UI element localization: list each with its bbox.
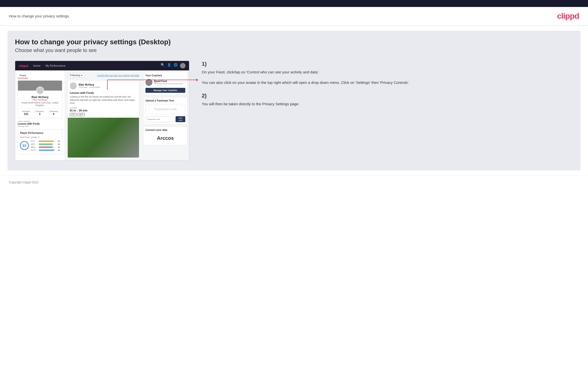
- copyright: Copyright Clippd 2022: [9, 181, 39, 184]
- metric-putt: PUTT 96: [31, 149, 60, 151]
- arccos-logo: Arccos: [145, 133, 185, 143]
- profile-badge: Plus Handicap: [19, 99, 61, 101]
- post-duration: Duration 01 hr : 30 min OTT APP: [68, 107, 139, 118]
- coach-name: David Ford: [154, 80, 183, 83]
- stat-activities: Activities 131: [22, 110, 30, 115]
- app-sidebar: Feed Blair McHarg Plus Handicap Royal No…: [15, 70, 65, 160]
- feed-tab[interactable]: Feed: [18, 73, 28, 78]
- player-performance: Player Performance Total Player Quality …: [18, 129, 62, 154]
- coach-club: 📍 Royal North Devon Golf Club: [154, 83, 183, 85]
- post-header: Blair McHarg Yesterday · Sunningdale: [68, 80, 139, 91]
- profile-club: Royal North Devon Golf Club, United King…: [19, 102, 61, 106]
- step-1-num: 1): [202, 61, 573, 67]
- latest-activity-label: Latest Activity: [18, 120, 62, 122]
- step-2-text: You will then be taken directly to the P…: [202, 101, 573, 107]
- arrow-head: [196, 79, 198, 81]
- latest-activity-date: 03 Aug 2022: [18, 125, 62, 127]
- info-icon: ⓘ: [38, 136, 40, 139]
- profile-card: Blair McHarg Plus Handicap Royal North D…: [18, 80, 62, 118]
- post-card: Blair McHarg Yesterday · Sunningdale Les…: [67, 80, 139, 158]
- profile-avatar: [36, 87, 44, 95]
- globe-icon[interactable]: 🌐: [174, 63, 178, 68]
- post-user-avatar: [70, 82, 77, 89]
- player-perf-quality-label: Total Player Quality ⓘ: [20, 136, 60, 139]
- step-1-extra: You can also click on your avatar in the…: [202, 80, 573, 86]
- step-2: 2) You will then be taken directly to th…: [202, 93, 573, 107]
- stat-followers: Followers 3: [35, 110, 44, 115]
- nav-icons: 🔍 👤 🌐: [161, 63, 186, 68]
- step-2-num: 2): [202, 93, 573, 99]
- stat-following-label: Following: [49, 110, 58, 112]
- page-subtitle: Choose what you want people to see: [15, 48, 573, 53]
- app-feed: Following ▾ Control who can see your act…: [65, 70, 142, 160]
- app-nav: clippd Home My Performance 🔍 👤 🌐: [15, 61, 189, 70]
- latest-activity: Latest Activity Lesson with Fordy 03 Aug…: [18, 120, 62, 127]
- trackman-placeholder: Trackman Link: [145, 104, 185, 114]
- post-title: Lesson with Fordy: [68, 91, 139, 95]
- clippd-logo: clippd: [557, 11, 579, 21]
- stat-activities-value: 131: [22, 112, 30, 115]
- screenshot-wrapper: clippd Home My Performance 🔍 👤 🌐: [15, 61, 189, 160]
- content-row: clippd Home My Performance 🔍 👤 🌐: [15, 61, 573, 160]
- tag-ott: OTT: [70, 113, 77, 116]
- app-logo-nav: clippd: [19, 64, 28, 68]
- connect-widget: Connect your data Arccos: [143, 126, 188, 145]
- trackman-input-row: Add Link: [145, 116, 185, 122]
- stat-following-value: 4: [49, 112, 58, 115]
- coaches-widget: Your Coaches David Ford 📍 Royal North De…: [143, 72, 188, 95]
- post-meta: Yesterday · Sunningdale: [79, 86, 100, 88]
- nav-home[interactable]: Home: [33, 64, 40, 67]
- following-button[interactable]: Following ▾: [67, 73, 85, 78]
- location-icon: 📍: [154, 83, 156, 85]
- search-icon[interactable]: 🔍: [161, 63, 165, 68]
- latest-activity-name: Lesson with Fordy: [18, 122, 62, 125]
- trackman-widget: Upload a Trackman Test Trackman Link Add…: [143, 97, 188, 124]
- step-1-text: On your Feed, click/tap on 'Control who …: [202, 69, 573, 75]
- header: How to change your privacy settings clip…: [0, 7, 588, 26]
- stat-followers-value: 3: [35, 112, 44, 115]
- post-tags: OTT APP: [70, 112, 137, 116]
- connect-widget-title: Connect your data: [145, 129, 185, 131]
- app-body: Feed Blair McHarg Plus Handicap Royal No…: [15, 70, 189, 160]
- app-screenshot: clippd Home My Performance 🔍 👤 🌐: [15, 61, 189, 160]
- stat-following: Following 4: [49, 110, 58, 115]
- trackman-widget-title: Upload a Trackman Test: [145, 99, 185, 102]
- metric-arg: ARG 86: [31, 146, 60, 148]
- manage-coaches-button[interactable]: Manage Your Coaches: [145, 88, 185, 93]
- main-content: How to change your privacy settings (Des…: [7, 31, 581, 170]
- feed-header: Following ▾ Control who can see your act…: [67, 73, 139, 78]
- top-bar: [0, 0, 588, 7]
- footer: Copyright Clippd 2022: [0, 175, 588, 189]
- profile-name: Blair McHarg: [19, 96, 61, 99]
- control-privacy-link[interactable]: Control who can see your activity and da…: [97, 74, 139, 77]
- stat-activities-label: Activities: [22, 110, 30, 112]
- annotation-line: [107, 80, 197, 80]
- tag-app: APP: [78, 113, 85, 116]
- user-avatar[interactable]: [180, 63, 186, 68]
- metric-ott: OTT 90: [31, 140, 60, 142]
- app-right-sidebar: Your Coaches David Ford 📍 Royal North De…: [142, 70, 189, 160]
- page-title: How to change your privacy settings (Des…: [15, 38, 573, 46]
- player-perf-title: Player Performance: [20, 132, 60, 134]
- post-image: [68, 118, 139, 157]
- coaches-widget-title: Your Coaches: [145, 74, 185, 77]
- nav-my-performance[interactable]: My Performance: [46, 64, 66, 67]
- profile-stats: Activities 131 Followers 3 Following 4: [19, 108, 61, 115]
- score-circle: 92: [20, 141, 29, 150]
- metric-app: APP 85: [31, 143, 60, 145]
- trackman-input[interactable]: [145, 116, 175, 122]
- add-link-button[interactable]: Add Link: [176, 116, 185, 122]
- post-description: Looking to feel like my hands are exitin…: [68, 95, 139, 107]
- chevron-down-icon: ▾: [81, 74, 82, 77]
- instructions: 1) On your Feed, click/tap on 'Control w…: [199, 61, 573, 114]
- person-icon[interactable]: 👤: [167, 63, 171, 68]
- stat-followers-label: Followers: [35, 110, 44, 112]
- annotation-vertical-line: [107, 80, 108, 90]
- step-1: 1) On your Feed, click/tap on 'Control w…: [202, 61, 573, 86]
- post-user-name: Blair McHarg: [79, 83, 100, 86]
- breadcrumb: How to change your privacy settings: [9, 14, 69, 18]
